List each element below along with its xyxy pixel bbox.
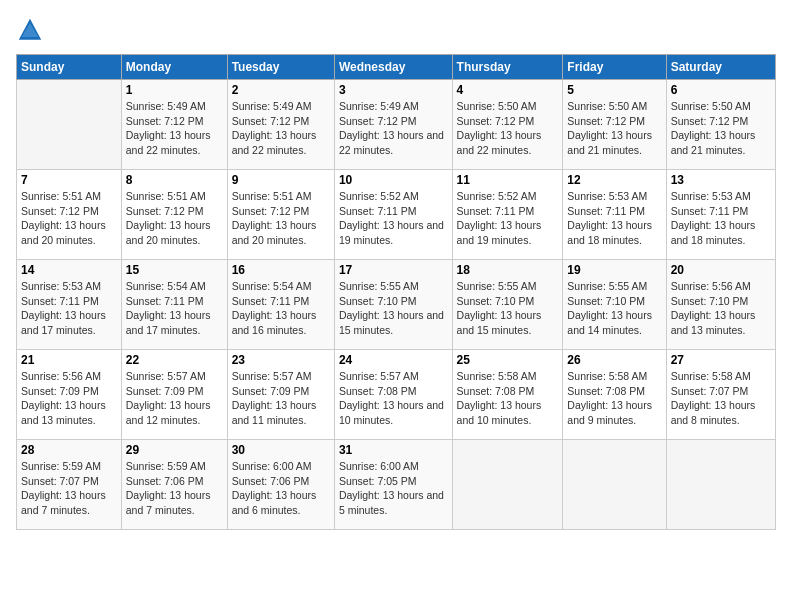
day-info: Sunrise: 5:58 AMSunset: 7:08 PMDaylight:… — [567, 369, 661, 428]
day-number: 25 — [457, 353, 559, 367]
calendar-cell: 3Sunrise: 5:49 AMSunset: 7:12 PMDaylight… — [334, 80, 452, 170]
day-info: Sunrise: 5:58 AMSunset: 7:08 PMDaylight:… — [457, 369, 559, 428]
day-number: 29 — [126, 443, 223, 457]
day-number: 14 — [21, 263, 117, 277]
calendar-cell: 5Sunrise: 5:50 AMSunset: 7:12 PMDaylight… — [563, 80, 666, 170]
day-number: 26 — [567, 353, 661, 367]
calendar-cell: 31Sunrise: 6:00 AMSunset: 7:05 PMDayligh… — [334, 440, 452, 530]
day-info: Sunrise: 5:51 AMSunset: 7:12 PMDaylight:… — [21, 189, 117, 248]
calendar-cell: 11Sunrise: 5:52 AMSunset: 7:11 PMDayligh… — [452, 170, 563, 260]
day-number: 2 — [232, 83, 330, 97]
day-info: Sunrise: 5:58 AMSunset: 7:07 PMDaylight:… — [671, 369, 771, 428]
calendar-cell: 25Sunrise: 5:58 AMSunset: 7:08 PMDayligh… — [452, 350, 563, 440]
calendar-week-row: 21Sunrise: 5:56 AMSunset: 7:09 PMDayligh… — [17, 350, 776, 440]
day-number: 6 — [671, 83, 771, 97]
day-info: Sunrise: 5:49 AMSunset: 7:12 PMDaylight:… — [232, 99, 330, 158]
day-info: Sunrise: 5:57 AMSunset: 7:09 PMDaylight:… — [232, 369, 330, 428]
day-info: Sunrise: 5:53 AMSunset: 7:11 PMDaylight:… — [21, 279, 117, 338]
calendar-cell — [452, 440, 563, 530]
day-number: 18 — [457, 263, 559, 277]
day-of-week-header: Wednesday — [334, 55, 452, 80]
day-info: Sunrise: 5:51 AMSunset: 7:12 PMDaylight:… — [126, 189, 223, 248]
calendar-cell: 7Sunrise: 5:51 AMSunset: 7:12 PMDaylight… — [17, 170, 122, 260]
day-of-week-header: Friday — [563, 55, 666, 80]
calendar-cell: 18Sunrise: 5:55 AMSunset: 7:10 PMDayligh… — [452, 260, 563, 350]
day-number: 20 — [671, 263, 771, 277]
day-info: Sunrise: 5:54 AMSunset: 7:11 PMDaylight:… — [232, 279, 330, 338]
day-info: Sunrise: 5:53 AMSunset: 7:11 PMDaylight:… — [671, 189, 771, 248]
day-number: 9 — [232, 173, 330, 187]
day-info: Sunrise: 6:00 AMSunset: 7:06 PMDaylight:… — [232, 459, 330, 518]
day-of-week-header: Saturday — [666, 55, 775, 80]
calendar-header-row: SundayMondayTuesdayWednesdayThursdayFrid… — [17, 55, 776, 80]
day-info: Sunrise: 6:00 AMSunset: 7:05 PMDaylight:… — [339, 459, 448, 518]
day-number: 1 — [126, 83, 223, 97]
day-number: 7 — [21, 173, 117, 187]
calendar-cell: 13Sunrise: 5:53 AMSunset: 7:11 PMDayligh… — [666, 170, 775, 260]
day-info: Sunrise: 5:59 AMSunset: 7:07 PMDaylight:… — [21, 459, 117, 518]
day-number: 31 — [339, 443, 448, 457]
calendar-cell — [563, 440, 666, 530]
day-number: 5 — [567, 83, 661, 97]
calendar-cell: 26Sunrise: 5:58 AMSunset: 7:08 PMDayligh… — [563, 350, 666, 440]
calendar-cell: 23Sunrise: 5:57 AMSunset: 7:09 PMDayligh… — [227, 350, 334, 440]
day-number: 12 — [567, 173, 661, 187]
calendar-cell: 6Sunrise: 5:50 AMSunset: 7:12 PMDaylight… — [666, 80, 775, 170]
calendar-week-row: 14Sunrise: 5:53 AMSunset: 7:11 PMDayligh… — [17, 260, 776, 350]
day-number: 19 — [567, 263, 661, 277]
calendar-cell: 19Sunrise: 5:55 AMSunset: 7:10 PMDayligh… — [563, 260, 666, 350]
calendar-cell: 30Sunrise: 6:00 AMSunset: 7:06 PMDayligh… — [227, 440, 334, 530]
calendar-cell: 2Sunrise: 5:49 AMSunset: 7:12 PMDaylight… — [227, 80, 334, 170]
day-of-week-header: Sunday — [17, 55, 122, 80]
day-info: Sunrise: 5:53 AMSunset: 7:11 PMDaylight:… — [567, 189, 661, 248]
calendar-cell — [17, 80, 122, 170]
calendar-cell: 8Sunrise: 5:51 AMSunset: 7:12 PMDaylight… — [121, 170, 227, 260]
calendar-cell: 17Sunrise: 5:55 AMSunset: 7:10 PMDayligh… — [334, 260, 452, 350]
calendar-cell: 10Sunrise: 5:52 AMSunset: 7:11 PMDayligh… — [334, 170, 452, 260]
calendar-week-row: 7Sunrise: 5:51 AMSunset: 7:12 PMDaylight… — [17, 170, 776, 260]
day-number: 24 — [339, 353, 448, 367]
logo — [16, 16, 46, 44]
calendar-week-row: 28Sunrise: 5:59 AMSunset: 7:07 PMDayligh… — [17, 440, 776, 530]
day-number: 30 — [232, 443, 330, 457]
day-info: Sunrise: 5:57 AMSunset: 7:08 PMDaylight:… — [339, 369, 448, 428]
calendar-cell: 9Sunrise: 5:51 AMSunset: 7:12 PMDaylight… — [227, 170, 334, 260]
calendar-cell: 27Sunrise: 5:58 AMSunset: 7:07 PMDayligh… — [666, 350, 775, 440]
day-number: 28 — [21, 443, 117, 457]
calendar-cell: 21Sunrise: 5:56 AMSunset: 7:09 PMDayligh… — [17, 350, 122, 440]
day-info: Sunrise: 5:57 AMSunset: 7:09 PMDaylight:… — [126, 369, 223, 428]
day-number: 8 — [126, 173, 223, 187]
calendar-cell: 28Sunrise: 5:59 AMSunset: 7:07 PMDayligh… — [17, 440, 122, 530]
calendar-cell: 16Sunrise: 5:54 AMSunset: 7:11 PMDayligh… — [227, 260, 334, 350]
day-number: 15 — [126, 263, 223, 277]
logo-icon — [16, 16, 44, 44]
calendar-cell: 15Sunrise: 5:54 AMSunset: 7:11 PMDayligh… — [121, 260, 227, 350]
day-info: Sunrise: 5:50 AMSunset: 7:12 PMDaylight:… — [671, 99, 771, 158]
day-number: 16 — [232, 263, 330, 277]
day-info: Sunrise: 5:55 AMSunset: 7:10 PMDaylight:… — [457, 279, 559, 338]
day-info: Sunrise: 5:55 AMSunset: 7:10 PMDaylight:… — [567, 279, 661, 338]
calendar-cell — [666, 440, 775, 530]
day-number: 3 — [339, 83, 448, 97]
page-header — [16, 16, 776, 44]
day-number: 21 — [21, 353, 117, 367]
day-info: Sunrise: 5:56 AMSunset: 7:09 PMDaylight:… — [21, 369, 117, 428]
day-of-week-header: Tuesday — [227, 55, 334, 80]
day-number: 23 — [232, 353, 330, 367]
day-number: 22 — [126, 353, 223, 367]
day-number: 27 — [671, 353, 771, 367]
calendar-cell: 29Sunrise: 5:59 AMSunset: 7:06 PMDayligh… — [121, 440, 227, 530]
calendar-table: SundayMondayTuesdayWednesdayThursdayFrid… — [16, 54, 776, 530]
calendar-week-row: 1Sunrise: 5:49 AMSunset: 7:12 PMDaylight… — [17, 80, 776, 170]
calendar-cell: 1Sunrise: 5:49 AMSunset: 7:12 PMDaylight… — [121, 80, 227, 170]
day-info: Sunrise: 5:52 AMSunset: 7:11 PMDaylight:… — [457, 189, 559, 248]
day-info: Sunrise: 5:49 AMSunset: 7:12 PMDaylight:… — [339, 99, 448, 158]
day-number: 17 — [339, 263, 448, 277]
day-number: 4 — [457, 83, 559, 97]
day-number: 11 — [457, 173, 559, 187]
calendar-cell: 24Sunrise: 5:57 AMSunset: 7:08 PMDayligh… — [334, 350, 452, 440]
calendar-cell: 4Sunrise: 5:50 AMSunset: 7:12 PMDaylight… — [452, 80, 563, 170]
day-of-week-header: Thursday — [452, 55, 563, 80]
day-number: 13 — [671, 173, 771, 187]
day-of-week-header: Monday — [121, 55, 227, 80]
